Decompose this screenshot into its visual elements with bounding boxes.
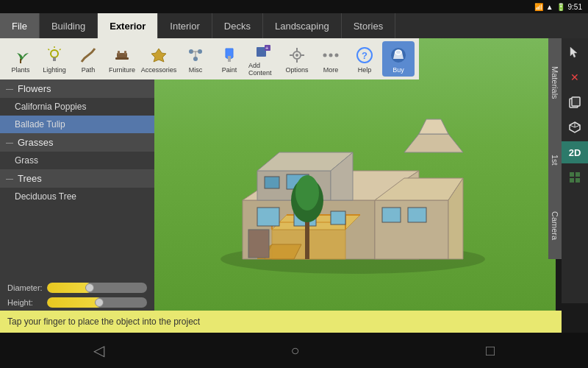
tool-help[interactable]: ? Help	[348, 41, 381, 77]
svg-rect-68	[576, 172, 580, 177]
accessories-label: Accessories	[141, 66, 177, 74]
tool-buy[interactable]: Buy	[382, 41, 415, 77]
tool-furniture[interactable]: Furniture	[106, 41, 138, 77]
3d-view-button[interactable]	[564, 116, 586, 138]
add-content-label: Add Content	[248, 62, 278, 77]
svg-point-23	[329, 53, 333, 57]
more-label: More	[323, 66, 339, 74]
camera-panel-tab[interactable]: Camera	[548, 193, 562, 259]
battery-icon: 🔋	[556, 3, 565, 11]
section-grasses[interactable]: — Grasses	[0, 133, 154, 152]
diameter-thumb[interactable]	[85, 283, 94, 292]
svg-line-66	[575, 125, 580, 127]
section-flowers[interactable]: — Flowers	[0, 79, 154, 98]
lighting-label: Lighting	[43, 66, 66, 74]
options-icon	[287, 45, 307, 66]
tab-stories[interactable]: Stories	[342, 13, 395, 38]
misc-icon	[185, 45, 206, 66]
svg-rect-8	[118, 51, 120, 54]
buy-icon	[388, 45, 409, 66]
svg-rect-9	[124, 51, 126, 54]
svg-marker-59	[419, 119, 448, 134]
help-icon: ?	[354, 45, 375, 66]
item-grass[interactable]: Grass	[0, 152, 154, 169]
tool-add-content[interactable]: + Add Content	[247, 41, 279, 77]
svg-line-5	[49, 49, 50, 50]
svg-rect-0	[20, 59, 21, 63]
svg-line-4	[60, 49, 61, 50]
diameter-slider[interactable]	[47, 283, 147, 293]
svg-rect-52	[382, 208, 401, 222]
select-tool-button[interactable]	[564, 41, 586, 63]
delete-button[interactable]: ✕	[564, 66, 586, 88]
grasses-label: Grasses	[18, 137, 53, 148]
tool-accessories[interactable]: Accessories	[140, 41, 178, 77]
furniture-label: Furniture	[109, 66, 135, 74]
svg-rect-49	[331, 211, 345, 224]
section-trees[interactable]: — Trees	[0, 169, 154, 188]
svg-marker-60	[570, 47, 577, 57]
tool-path[interactable]: Path	[72, 41, 104, 77]
svg-rect-53	[408, 208, 426, 222]
wifi-icon: ▲	[546, 3, 553, 11]
svg-marker-10	[151, 49, 166, 62]
svg-rect-54	[248, 230, 269, 258]
tool-plants[interactable]: Plants	[4, 41, 37, 77]
trees-bullet: —	[6, 174, 13, 183]
svg-rect-47	[257, 208, 279, 226]
item-ballade-tulip[interactable]: Ballade Tulip	[0, 116, 154, 133]
svg-rect-67	[570, 172, 574, 177]
misc-label: Misc	[189, 66, 203, 74]
height-label: Height:	[7, 298, 47, 307]
svg-rect-69	[570, 178, 574, 183]
tool-more[interactable]: More	[315, 41, 347, 77]
2d-view-button[interactable]: 2D	[562, 141, 588, 163]
svg-point-24	[335, 53, 339, 57]
tab-interior[interactable]: Interior	[158, 13, 212, 38]
materials-panel-tab[interactable]: Materials	[548, 38, 562, 127]
item-california-poppies[interactable]: California Poppies	[0, 98, 154, 116]
tool-options[interactable]: Options	[281, 41, 313, 77]
first-floor-panel-tab[interactable]: 1st	[548, 127, 562, 193]
tab-exterior[interactable]: Exterior	[98, 13, 158, 38]
paint-icon	[219, 45, 240, 66]
back-button[interactable]: ◁	[93, 342, 104, 359]
tool-paint[interactable]: Paint	[213, 41, 245, 77]
recent-apps-button[interactable]: □	[486, 342, 495, 359]
android-nav-bar: ◁ ○ □	[0, 333, 588, 368]
svg-point-57	[295, 175, 319, 210]
tool-misc[interactable]: Misc	[179, 41, 212, 77]
accessories-icon	[148, 45, 169, 66]
path-icon	[78, 45, 98, 66]
more-icon	[320, 45, 341, 66]
item-deciduous-tree[interactable]: Deciduous Tree	[0, 188, 154, 205]
svg-rect-62	[572, 97, 580, 106]
grid-view-button[interactable]	[564, 166, 586, 188]
status-message: Tap your finger to place the object into…	[7, 316, 200, 327]
nav-tabs: File Building Exterior Interior Decks La…	[0, 13, 588, 38]
tool-lighting[interactable]: Lighting	[38, 41, 71, 77]
plants-label: Plants	[11, 66, 29, 74]
svg-rect-16	[228, 56, 231, 62]
height-slider[interactable]	[47, 297, 147, 308]
svg-text:?: ?	[362, 50, 368, 61]
right-toolbar: ✕ 2D	[562, 38, 588, 303]
home-button[interactable]: ○	[290, 342, 299, 359]
tab-landscaping[interactable]: Landscaping	[263, 13, 342, 38]
copy-button[interactable]	[564, 91, 586, 113]
svg-rect-2	[53, 57, 56, 61]
house-3d-view	[198, 53, 507, 274]
height-row: Height:	[7, 297, 147, 308]
tab-building[interactable]: Building	[40, 13, 98, 38]
left-panel: — Flowers California Poppies Ballade Tul…	[0, 79, 154, 278]
height-thumb[interactable]	[95, 298, 104, 307]
buy-label: Buy	[392, 66, 404, 74]
svg-text:+: +	[265, 45, 269, 52]
options-label: Options	[285, 66, 308, 74]
tab-file[interactable]: File	[0, 13, 40, 38]
svg-rect-70	[576, 178, 580, 183]
tab-decks[interactable]: Decks	[212, 13, 263, 38]
status-icons: 📶 ▲ 🔋 9:51	[534, 3, 582, 11]
trees-label: Trees	[18, 173, 42, 184]
phone-icon: 📶	[534, 3, 543, 11]
